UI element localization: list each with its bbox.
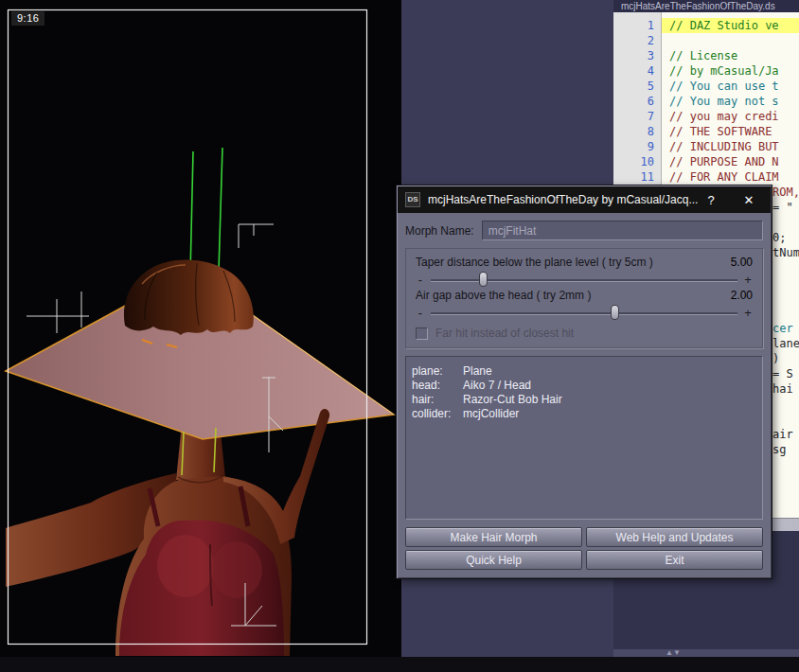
taper-slider-track[interactable] bbox=[431, 272, 737, 287]
code-line: 2 bbox=[613, 33, 799, 48]
daz-app-icon: DS bbox=[405, 192, 420, 207]
code-fragment: lane bbox=[772, 336, 799, 351]
dialog-buttons: Make Hair Morph Web Help and Updates Qui… bbox=[405, 527, 763, 570]
code-fragment: tNum bbox=[772, 245, 799, 260]
code-line: 4// by mCasual/Ja bbox=[613, 63, 799, 79]
airgap-slider-track[interactable] bbox=[431, 305, 737, 320]
code-fragment: hai bbox=[772, 381, 793, 397]
make-hair-morph-button[interactable]: Make Hair Morph bbox=[405, 527, 582, 547]
taper-slider-value: 5.00 bbox=[731, 255, 753, 271]
code-line: 11// FOR ANY CLAIM bbox=[613, 169, 799, 185]
slider-plus-button[interactable]: + bbox=[743, 306, 753, 320]
airgap-slider[interactable]: - + bbox=[416, 304, 753, 321]
code-fragment: 0; bbox=[772, 230, 786, 245]
code-fragment: ROM, bbox=[772, 185, 799, 200]
slider-minus-button[interactable]: - bbox=[416, 306, 425, 320]
code-line: 1// DAZ Studio ve bbox=[613, 18, 799, 33]
info-row-hair: hair:Razor-Cut Bob Hair bbox=[412, 393, 756, 407]
green-guide-lines bbox=[190, 148, 222, 274]
splitter-arrows-icon: ▲▼ bbox=[666, 648, 681, 657]
code-line: 3// License bbox=[613, 48, 799, 63]
farhit-checkbox-label: Far hit instead of closest hit bbox=[435, 327, 574, 340]
code-line: 8// THE SOFTWARE bbox=[613, 124, 799, 139]
editor-title: mcjHatsAreTheFashionOfTheDay.ds bbox=[613, 0, 799, 12]
code-fragment: sg bbox=[772, 442, 786, 457]
info-row-plane: plane:Plane bbox=[412, 364, 756, 379]
code-line: 6// You may not s bbox=[613, 94, 799, 109]
taper-slider-handle[interactable] bbox=[479, 272, 488, 287]
morph-name-row: Morph Name: bbox=[405, 221, 763, 240]
code-line: 5// You can use t bbox=[613, 79, 799, 94]
info-row-collider: collider:mcjCollider bbox=[412, 407, 756, 421]
airgap-slider-value: 2.00 bbox=[731, 288, 753, 304]
code-fragment: ) bbox=[772, 351, 779, 366]
airgap-slider-handle[interactable] bbox=[611, 305, 619, 320]
fithat-dialog: DS mcjHatsAreTheFashionOfTheDay by mCasu… bbox=[396, 185, 772, 579]
dialog-titlebar[interactable]: DS mcjHatsAreTheFashionOfTheDay by mCasu… bbox=[398, 186, 771, 213]
pane-splitter[interactable]: ▲▼ bbox=[613, 649, 799, 657]
farhit-checkbox[interactable] bbox=[416, 327, 428, 340]
code-fragment: cer bbox=[772, 321, 793, 336]
bottom-bar bbox=[0, 657, 799, 672]
scene-info-box: plane:Plane head:Aiko 7 / Head hair:Razo… bbox=[405, 356, 763, 520]
hair-mesh[interactable] bbox=[124, 260, 254, 335]
dialog-close-button[interactable]: ✕ bbox=[735, 193, 763, 207]
code-line: 9// INCLUDING BUT bbox=[613, 139, 799, 154]
code-line: 10// PURPOSE AND N bbox=[613, 154, 799, 169]
scene-render bbox=[0, 0, 401, 656]
code-fragment: = " bbox=[772, 200, 793, 215]
code-fragment: = S bbox=[772, 366, 793, 381]
daz-studio-window: 9:16 mcjHatsAreTheFashionOfTheDay.ds 1//… bbox=[0, 0, 799, 672]
dialog-help-button[interactable]: ? bbox=[699, 193, 723, 207]
code-line: 7// you may credi bbox=[613, 109, 799, 124]
morph-name-label: Morph Name: bbox=[405, 224, 474, 238]
web-help-button[interactable]: Web Help and Updates bbox=[586, 527, 763, 547]
slider-minus-button[interactable]: - bbox=[416, 273, 425, 287]
code-fragment: air bbox=[772, 427, 793, 442]
slider-plus-button[interactable]: + bbox=[743, 273, 753, 287]
taper-slider-label: Taper distance below the plane level ( t… bbox=[416, 255, 653, 271]
dialog-body: Morph Name: Taper distance below the pla… bbox=[398, 213, 771, 577]
settings-group: Taper distance below the plane level ( t… bbox=[405, 248, 763, 348]
viewport-3d[interactable]: 9:16 bbox=[0, 0, 401, 657]
figure-body[interactable] bbox=[6, 409, 329, 656]
info-row-head: head:Aiko 7 / Head bbox=[412, 379, 756, 393]
aspect-ratio-label: 9:16 bbox=[11, 11, 44, 26]
taper-slider[interactable]: - + bbox=[416, 271, 753, 288]
airgap-slider-label: Air gap above the head ( try 2mm ) bbox=[416, 288, 591, 304]
quick-help-button[interactable]: Quick Help bbox=[405, 550, 582, 570]
exit-button[interactable]: Exit bbox=[586, 550, 763, 570]
dialog-title: mcjHatsAreTheFashionOfTheDay by mCasual/… bbox=[428, 193, 699, 206]
morph-name-input[interactable] bbox=[482, 221, 763, 240]
farhit-checkbox-row[interactable]: Far hit instead of closest hit bbox=[416, 327, 753, 340]
